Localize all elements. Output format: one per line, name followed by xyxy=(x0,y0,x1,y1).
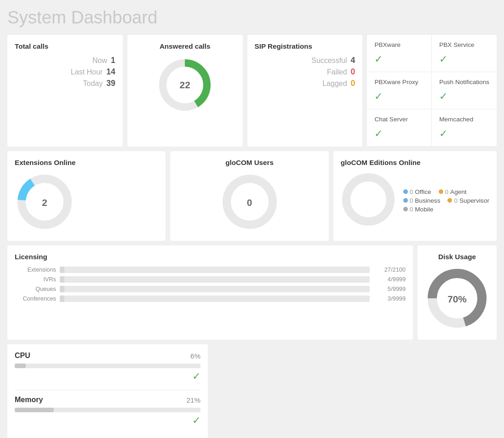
memory-bar-bg xyxy=(15,408,200,412)
sip-failed-value: 0 xyxy=(351,67,355,77)
lic-row: Queues 5/9999 xyxy=(15,285,406,292)
memcached-label: Memcached xyxy=(439,116,489,123)
business-count: 0 xyxy=(410,197,413,204)
push-notifications-label: Push Notifications xyxy=(439,79,489,85)
lic-bar-fill xyxy=(60,276,64,283)
business-label: Business xyxy=(415,197,440,204)
agent-count: 0 xyxy=(445,188,449,195)
lic-bar-fill xyxy=(60,286,64,292)
lic-val: 5/9999 xyxy=(373,285,406,292)
last-hour-label: Last Hour xyxy=(71,68,103,76)
agent-label: Agent xyxy=(450,188,467,195)
memory-row: Memory 21% ✓ xyxy=(15,396,200,427)
business-dot xyxy=(403,198,408,203)
pbx-service-status: PBX Service ✓ xyxy=(432,35,497,72)
now-label: Now xyxy=(92,57,107,65)
push-notifications-check-icon: ✓ xyxy=(439,90,489,102)
chat-server-label: Chat Server xyxy=(374,116,424,123)
lic-bar-bg xyxy=(60,286,370,292)
lic-bar-fill xyxy=(60,296,64,302)
answered-calls-title: Answered calls xyxy=(160,42,211,50)
mobile-count: 0 xyxy=(410,206,413,213)
glocom-users-donut: 0 xyxy=(220,172,280,233)
glocom-users-title: gloCOM Users xyxy=(225,159,274,166)
cpu-title: CPU xyxy=(15,352,30,360)
svg-point-5 xyxy=(346,177,390,222)
extensions-online-title: Extensions Online xyxy=(15,159,76,166)
supervisor-count: 0 xyxy=(454,197,458,204)
pbxware-check-icon: ✓ xyxy=(374,53,424,65)
answered-calls-value: 22 xyxy=(180,80,190,91)
supervisor-dot xyxy=(447,198,452,203)
pbxware-label: PBXware xyxy=(374,41,424,48)
sip-failed-label: Failed xyxy=(327,68,347,76)
glocom-editions-donut xyxy=(341,172,396,229)
page-title: System Dashboard xyxy=(7,7,497,28)
office-label: Office xyxy=(415,188,431,195)
cpu-check-icon: ✓ xyxy=(192,370,200,382)
glocom-editions-title: gloCOM Editions Online xyxy=(341,159,489,166)
memcached-status: Memcached ✓ xyxy=(432,109,497,147)
licensing-title: Licensing xyxy=(15,253,406,261)
pbxware-proxy-label: PBXware Proxy xyxy=(374,79,424,85)
pbx-service-check-icon: ✓ xyxy=(439,53,489,65)
memory-check-icon: ✓ xyxy=(192,414,200,427)
disk-usage-title: Disk Usage xyxy=(438,253,476,261)
memcached-check-icon: ✓ xyxy=(439,127,489,140)
lic-bar-fill xyxy=(60,267,64,273)
memory-bar-fill xyxy=(15,408,54,412)
memory-percent: 21% xyxy=(187,396,200,404)
sip-successful-label: Successful xyxy=(311,57,347,65)
lic-val: 27/2100 xyxy=(373,266,406,273)
answered-calls-donut: 22 xyxy=(157,57,212,113)
cpu-bar-fill xyxy=(15,364,26,368)
supervisor-label: Supervisor xyxy=(459,197,489,204)
now-value: 1 xyxy=(111,56,115,65)
pbxware-status: PBXware ✓ xyxy=(367,35,432,72)
cpu-bar-bg xyxy=(15,364,200,368)
lic-label: Queues xyxy=(15,285,56,292)
total-calls-card: Total calls Now 1 Last Hour 14 Today 39 xyxy=(7,35,123,147)
pbxware-proxy-status: PBXware Proxy ✓ xyxy=(367,72,432,109)
editions-legend: 0 Office 0 Agent 0 Business xyxy=(403,188,489,213)
lic-row: Extensions 27/2100 xyxy=(15,266,406,273)
glocom-users-card: gloCOM Users 0 xyxy=(170,151,328,241)
lic-label: Extensions xyxy=(15,266,56,273)
office-count: 0 xyxy=(410,188,413,195)
lic-bar-bg xyxy=(60,296,370,302)
lic-label: IVRs xyxy=(15,276,56,283)
disk-usage-card: Disk Usage 70% xyxy=(418,245,497,340)
cpu-row: CPU 6% ✓ xyxy=(15,352,200,382)
glocom-editions-card: gloCOM Editions Online 0 Office xyxy=(333,151,497,241)
sip-lagged-label: Lagged xyxy=(322,80,347,88)
extensions-online-donut: 2 xyxy=(15,172,74,233)
system-panel: CPU 6% ✓ Memory 21% ✓ xyxy=(7,344,208,438)
lic-label: Conferences xyxy=(15,295,56,302)
lic-val: 4/9999 xyxy=(373,276,406,283)
today-label: Today xyxy=(83,80,103,88)
mobile-label: Mobile xyxy=(415,206,433,213)
memory-title: Memory xyxy=(15,396,43,404)
sip-lagged-value: 0 xyxy=(351,79,355,88)
chat-server-status: Chat Server ✓ xyxy=(367,109,432,147)
disk-usage-value: 70% xyxy=(447,294,467,305)
lic-row: IVRs 4/9999 xyxy=(15,276,406,283)
mobile-dot xyxy=(403,207,408,211)
licensing-rows: Extensions 27/2100 IVRs 4/9999 Queues 5/… xyxy=(15,266,406,302)
extensions-online-card: Extensions Online 2 xyxy=(7,151,166,241)
office-dot xyxy=(403,189,408,194)
sip-successful-value: 4 xyxy=(351,56,355,65)
agent-dot xyxy=(439,189,443,194)
today-value: 39 xyxy=(106,79,115,88)
chat-server-check-icon: ✓ xyxy=(374,127,424,140)
lic-row: Conferences 3/9999 xyxy=(15,295,406,302)
sip-registrations-card: SIP Registrations Successful 4 Failed 0 … xyxy=(247,35,363,147)
total-calls-title: Total calls xyxy=(15,42,115,50)
push-notifications-status: Push Notifications ✓ xyxy=(432,72,497,109)
licensing-card: Licensing Extensions 27/2100 IVRs 4/9999… xyxy=(7,245,413,340)
last-hour-value: 14 xyxy=(106,67,115,77)
service-status-panel: PBXware ✓ PBX Service ✓ PBXware Proxy ✓ … xyxy=(367,35,497,147)
lic-bar-bg xyxy=(60,267,370,273)
answered-calls-card: Answered calls 22 xyxy=(127,35,243,147)
disk-usage-donut: 70% xyxy=(425,266,489,332)
